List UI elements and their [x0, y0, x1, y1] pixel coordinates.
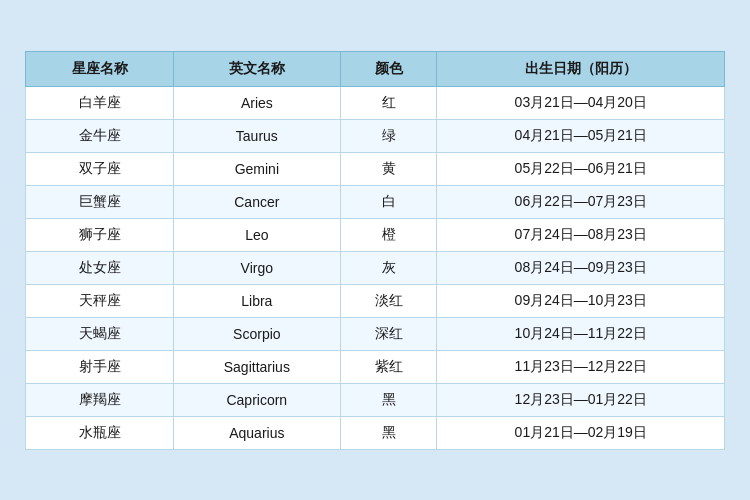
cell-dates: 08月24日—09月23日	[437, 251, 725, 284]
cell-chinese-name: 金牛座	[26, 119, 174, 152]
cell-chinese-name: 水瓶座	[26, 416, 174, 449]
cell-chinese-name: 处女座	[26, 251, 174, 284]
cell-color: 绿	[340, 119, 437, 152]
cell-english-name: Virgo	[174, 251, 341, 284]
cell-english-name: Capricorn	[174, 383, 341, 416]
cell-color: 橙	[340, 218, 437, 251]
table-row: 巨蟹座Cancer白06月22日—07月23日	[26, 185, 725, 218]
cell-color: 淡红	[340, 284, 437, 317]
header-chinese-name: 星座名称	[26, 51, 174, 86]
cell-english-name: Aquarius	[174, 416, 341, 449]
cell-color: 黑	[340, 383, 437, 416]
cell-chinese-name: 天秤座	[26, 284, 174, 317]
cell-chinese-name: 射手座	[26, 350, 174, 383]
cell-chinese-name: 双子座	[26, 152, 174, 185]
table-header-row: 星座名称 英文名称 颜色 出生日期（阳历）	[26, 51, 725, 86]
cell-color: 灰	[340, 251, 437, 284]
cell-chinese-name: 白羊座	[26, 86, 174, 119]
header-english-name: 英文名称	[174, 51, 341, 86]
table-body: 白羊座Aries红03月21日—04月20日金牛座Taurus绿04月21日—0…	[26, 86, 725, 449]
cell-dates: 11月23日—12月22日	[437, 350, 725, 383]
table-row: 双子座Gemini黄05月22日—06月21日	[26, 152, 725, 185]
cell-english-name: Gemini	[174, 152, 341, 185]
table-row: 处女座Virgo灰08月24日—09月23日	[26, 251, 725, 284]
cell-english-name: Cancer	[174, 185, 341, 218]
header-dates: 出生日期（阳历）	[437, 51, 725, 86]
table-row: 白羊座Aries红03月21日—04月20日	[26, 86, 725, 119]
table-row: 天蝎座Scorpio深红10月24日—11月22日	[26, 317, 725, 350]
cell-dates: 09月24日—10月23日	[437, 284, 725, 317]
cell-color: 红	[340, 86, 437, 119]
cell-color: 白	[340, 185, 437, 218]
cell-color: 紫红	[340, 350, 437, 383]
cell-dates: 07月24日—08月23日	[437, 218, 725, 251]
table-row: 摩羯座Capricorn黑12月23日—01月22日	[26, 383, 725, 416]
cell-english-name: Leo	[174, 218, 341, 251]
cell-dates: 10月24日—11月22日	[437, 317, 725, 350]
zodiac-table-container: 星座名称 英文名称 颜色 出生日期（阳历） 白羊座Aries红03月21日—04…	[15, 41, 735, 460]
cell-chinese-name: 摩羯座	[26, 383, 174, 416]
table-row: 水瓶座Aquarius黑01月21日—02月19日	[26, 416, 725, 449]
cell-chinese-name: 天蝎座	[26, 317, 174, 350]
table-row: 天秤座Libra淡红09月24日—10月23日	[26, 284, 725, 317]
cell-english-name: Taurus	[174, 119, 341, 152]
table-row: 狮子座Leo橙07月24日—08月23日	[26, 218, 725, 251]
cell-chinese-name: 狮子座	[26, 218, 174, 251]
table-row: 射手座Sagittarius紫红11月23日—12月22日	[26, 350, 725, 383]
header-color: 颜色	[340, 51, 437, 86]
cell-color: 黑	[340, 416, 437, 449]
cell-dates: 01月21日—02月19日	[437, 416, 725, 449]
cell-chinese-name: 巨蟹座	[26, 185, 174, 218]
cell-dates: 12月23日—01月22日	[437, 383, 725, 416]
cell-color: 黄	[340, 152, 437, 185]
cell-dates: 05月22日—06月21日	[437, 152, 725, 185]
cell-color: 深红	[340, 317, 437, 350]
cell-dates: 06月22日—07月23日	[437, 185, 725, 218]
cell-english-name: Aries	[174, 86, 341, 119]
zodiac-table: 星座名称 英文名称 颜色 出生日期（阳历） 白羊座Aries红03月21日—04…	[25, 51, 725, 450]
cell-english-name: Sagittarius	[174, 350, 341, 383]
cell-english-name: Libra	[174, 284, 341, 317]
cell-english-name: Scorpio	[174, 317, 341, 350]
cell-dates: 04月21日—05月21日	[437, 119, 725, 152]
table-row: 金牛座Taurus绿04月21日—05月21日	[26, 119, 725, 152]
cell-dates: 03月21日—04月20日	[437, 86, 725, 119]
